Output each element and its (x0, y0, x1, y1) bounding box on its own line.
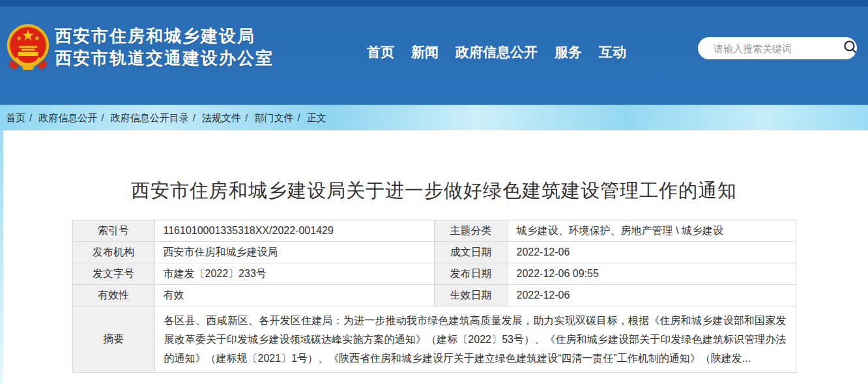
org-name-line1: 西安市住房和城乡建设局 (55, 25, 274, 47)
breadcrumb-separator: / (241, 112, 252, 123)
breadcrumb-home[interactable]: 首页 (6, 112, 25, 123)
breadcrumb-gov-info-catalog[interactable]: 政府信息公开目录 (111, 112, 189, 123)
meta-label-publish-date: 发布日期 (434, 263, 508, 285)
site-header: 西安市住房和城乡建设局 西安市轨道交通建设办公室 首页 新闻 政府信息公开 服务… (0, 0, 868, 104)
meta-value-topic-category: 城乡建设、环境保护、房地产管理 \ 城乡建设 (508, 220, 796, 242)
table-row: 索引号 1161010001335318XX/2022-001429 主题分类 … (72, 220, 796, 242)
nav-item-services[interactable]: 服务 (555, 43, 582, 61)
meta-label-validity: 有效性 (72, 285, 154, 306)
nav-item-gov-info[interactable]: 政府信息公开 (456, 43, 538, 61)
breadcrumb-current: 正文 (307, 112, 326, 123)
search-button[interactable] (843, 37, 857, 59)
nav-item-news[interactable]: 新闻 (411, 43, 439, 61)
site-brand[interactable]: 西安市住房和城乡建设局 西安市轨道交通建设办公室 (5, 22, 274, 72)
breadcrumb-gov-info[interactable]: 政府信息公开 (38, 112, 97, 123)
org-name-line2: 西安市轨道交通建设办公室 (55, 47, 274, 69)
nav-item-interact[interactable]: 互动 (599, 43, 626, 61)
meta-label-index-number: 索引号 (72, 220, 154, 242)
search-input[interactable] (698, 37, 843, 59)
breadcrumb-department-files[interactable]: 部门文件 (254, 112, 293, 123)
org-name: 西安市住房和城乡建设局 西安市轨道交通建设办公室 (55, 25, 274, 69)
main-nav: 首页 新闻 政府信息公开 服务 互动 (367, 0, 626, 104)
breadcrumb-separator: / (293, 112, 304, 123)
table-row: 发布机构 西安市住房和城乡建设局 成文日期 2022-12-06 (72, 242, 796, 263)
meta-label-doc-number: 发文字号 (72, 263, 154, 285)
meta-value-doc-number: 市建发〔2022〕233号 (154, 263, 434, 285)
meta-label-topic-category: 主题分类 (434, 220, 508, 242)
breadcrumb-separator: / (97, 112, 108, 123)
document-title: 西安市住房和城乡建设局关于进一步做好绿色建筑建设管理工作的通知 (0, 130, 868, 204)
document-meta-table: 索引号 1161010001335318XX/2022-001429 主题分类 … (72, 220, 796, 373)
meta-label-issuing-agency: 发布机构 (72, 242, 154, 263)
breadcrumb-regulation-files[interactable]: 法规文件 (202, 112, 241, 123)
meta-label-written-date: 成文日期 (434, 242, 508, 263)
national-emblem-icon (5, 22, 51, 72)
content-area: 西安市住房和城乡建设局关于进一步做好绿色建筑建设管理工作的通知 索引号 1161… (0, 130, 868, 384)
search-box (698, 37, 857, 59)
table-row: 发文字号 市建发〔2022〕233号 发布日期 2022-12-06 09:55 (72, 263, 796, 285)
meta-label-effective-date: 生效日期 (434, 285, 508, 306)
breadcrumb-separator: / (25, 112, 36, 123)
nav-item-home[interactable]: 首页 (367, 43, 394, 61)
meta-value-validity: 有效 (154, 285, 434, 306)
meta-label-summary: 摘要 (72, 306, 154, 373)
meta-value-written-date: 2022-12-06 (508, 242, 796, 263)
left-edge-strip (0, 130, 3, 384)
breadcrumb-band: 首页/ 政府信息公开/ 政府信息公开目录/ 法规文件/ 部门文件/ 正文 (0, 104, 868, 130)
breadcrumb: 首页/ 政府信息公开/ 政府信息公开目录/ 法规文件/ 部门文件/ 正文 (0, 105, 868, 130)
meta-value-index-number: 1161010001335318XX/2022-001429 (154, 220, 434, 242)
meta-value-effective-date: 2022-12-06 (508, 285, 796, 306)
meta-value-issuing-agency: 西安市住房和城乡建设局 (154, 242, 434, 263)
meta-value-summary: 各区县、西咸新区、各开发区住建局：为进一步推动我市绿色建筑高质量发展，助力实现双… (154, 306, 796, 373)
search-icon (843, 40, 857, 57)
meta-value-publish-date: 2022-12-06 09:55 (508, 263, 796, 285)
table-row-summary: 摘要 各区县、西咸新区、各开发区住建局：为进一步推动我市绿色建筑高质量发展，助力… (72, 306, 796, 373)
table-row: 有效性 有效 生效日期 2022-12-06 (72, 285, 796, 306)
breadcrumb-separator: / (189, 112, 199, 123)
